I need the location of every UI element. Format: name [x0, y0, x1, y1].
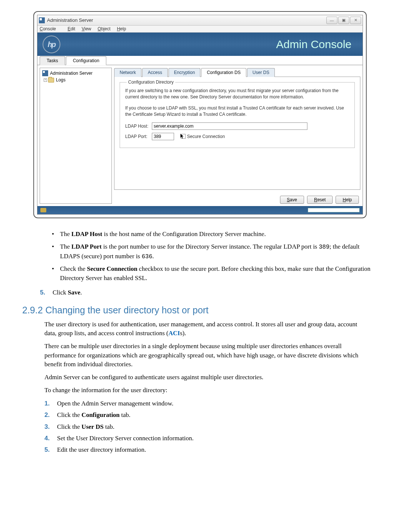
- ldap-host-label: LDAP Host:: [125, 124, 152, 129]
- step-list-1: 5. Click Save.: [40, 287, 378, 297]
- tab-configuration[interactable]: Configuration: [66, 56, 106, 65]
- secure-connection-label: Secure Connection: [187, 134, 225, 139]
- bullet-ldap-host: The LDAP Host is the host name of the Co…: [52, 229, 378, 239]
- menu-edit[interactable]: Edit: [67, 26, 75, 31]
- banner: hp Admin Console: [37, 33, 363, 56]
- reset-button[interactable]: Reset: [307, 196, 333, 204]
- banner-title: Admin Console: [276, 38, 351, 51]
- ldap-port-row: LDAP Port: Secure Connection: [125, 133, 349, 140]
- section-p2: There can be multiple user directories i…: [44, 342, 378, 369]
- titlebar: Administration Server — ▣ ✕: [37, 15, 363, 26]
- info-para-1: If you are switching to a new configurat…: [125, 88, 349, 101]
- help-button[interactable]: Help: [336, 196, 359, 204]
- workarea: Administration Server + Logs Network Acc…: [37, 65, 363, 206]
- procedure-steps: 1.Open the Admin Server management windo…: [44, 398, 378, 455]
- app-icon: [39, 17, 45, 23]
- minimize-button[interactable]: —: [326, 17, 337, 24]
- section-p3: Admin Server can be configured to authen…: [44, 373, 378, 382]
- section-p4: To change the information for the user d…: [44, 386, 378, 395]
- ldap-port-input[interactable]: [152, 133, 174, 140]
- tree-logs[interactable]: + Logs: [44, 77, 109, 83]
- subtab-user-ds[interactable]: User DS: [247, 68, 275, 77]
- info-para-2: If you choose to use LDAP with SSL, you …: [125, 105, 349, 118]
- server-icon: [42, 70, 48, 76]
- menu-console[interactable]: Console: [40, 26, 61, 31]
- section-heading: 2.9.2 Changing the user directory host o…: [22, 305, 378, 316]
- menu-view[interactable]: View: [81, 26, 91, 31]
- subtab-network[interactable]: Network: [114, 68, 141, 77]
- tab-tasks[interactable]: Tasks: [40, 56, 65, 65]
- fieldset-legend: Configuration Directory: [127, 80, 175, 85]
- button-bar: Save Reset Help: [114, 196, 360, 204]
- statusbar: [37, 206, 363, 214]
- close-button[interactable]: ✕: [350, 17, 361, 24]
- menu-help[interactable]: Help: [117, 26, 126, 31]
- app-window: Administration Server — ▣ ✕ Console Edit…: [37, 15, 363, 215]
- hp-logo-icon: hp: [43, 36, 60, 53]
- maximize-button[interactable]: ▣: [338, 17, 349, 24]
- proc-step-5: 5.Edit the user directory information.: [44, 445, 378, 455]
- bullet-secure-connection: Check the Secure Connection checkbox to …: [52, 264, 378, 283]
- subtab-configuration-ds[interactable]: Configuration DS: [201, 68, 246, 77]
- ldap-host-input[interactable]: [152, 122, 307, 130]
- tree-expand-icon[interactable]: +: [44, 78, 47, 82]
- status-icon: [40, 208, 46, 212]
- proc-step-3: 3.Click the User DS tab.: [44, 422, 378, 432]
- window-controls: — ▣ ✕: [326, 17, 361, 24]
- bullet-list: The LDAP Host is the host name of the Co…: [52, 229, 378, 283]
- folder-icon: [48, 78, 54, 83]
- proc-step-2: 2.Click the Configuration tab.: [44, 410, 378, 420]
- window-title: Administration Server: [47, 17, 326, 23]
- ldap-host-row: LDAP Host:: [125, 122, 349, 130]
- proc-step-4: 4.Set the User Directory Server connecti…: [44, 433, 378, 443]
- section-p1: The user directory is used for authentic…: [44, 320, 378, 338]
- menu-object[interactable]: Object: [98, 26, 111, 31]
- menubar: Console Edit View Object Help: [37, 26, 363, 33]
- config-directory-fieldset: Configuration Directory If you are switc…: [120, 82, 355, 148]
- cursor-icon: [180, 134, 185, 139]
- config-ds-panel: Configuration Directory If you are switc…: [114, 77, 360, 190]
- tree-label-root: Administration Server: [50, 71, 93, 76]
- save-button[interactable]: Save: [280, 196, 304, 204]
- tree-admin-server[interactable]: Administration Server: [42, 70, 109, 76]
- tree-label-logs: Logs: [56, 77, 66, 83]
- screenshot-container: Administration Server — ▣ ✕ Console Edit…: [33, 11, 367, 218]
- bullet-ldap-port: The LDAP Port is the port number to use …: [52, 242, 378, 261]
- main-tabs: Tasks Configuration: [37, 56, 363, 65]
- status-progress: [308, 208, 360, 212]
- proc-step-1: 1.Open the Admin Server management windo…: [44, 398, 378, 408]
- sidebar-tree: Administration Server + Logs: [40, 68, 112, 204]
- step-5-save: 5. Click Save.: [40, 287, 378, 297]
- subtab-encryption[interactable]: Encryption: [169, 68, 201, 77]
- aci-link[interactable]: ACI: [169, 330, 180, 337]
- sub-tabs: Network Access Encryption Configuration …: [114, 68, 360, 77]
- subtab-access[interactable]: Access: [142, 68, 168, 77]
- content-pane: Network Access Encryption Configuration …: [114, 68, 360, 204]
- ldap-port-label: LDAP Port:: [125, 134, 152, 139]
